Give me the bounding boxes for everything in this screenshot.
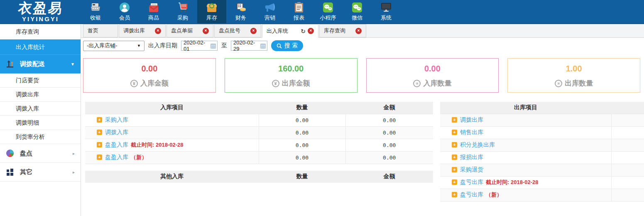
- sidebar-item-transfer-in[interactable]: 调拨入库: [0, 102, 81, 116]
- row-link[interactable]: 盘盈入库: [105, 141, 128, 148]
- close-icon[interactable]: ×: [250, 28, 257, 34]
- tab-inout-statistics[interactable]: 出入库统 ↻ ×: [262, 24, 318, 38]
- empty-cell: [611, 139, 644, 151]
- search-icon: [277, 43, 282, 49]
- sidebar-group-stocktake[interactable]: 盘点 ▸: [0, 144, 81, 163]
- tab-transfer-out[interactable]: 调拨出库 ×: [119, 24, 166, 37]
- close-icon[interactable]: ×: [308, 28, 314, 34]
- date-from-input[interactable]: 2020-02-01: [181, 41, 218, 51]
- expand-plus-icon[interactable]: +: [452, 155, 457, 160]
- store-select[interactable]: -出入库店铺- ▼: [83, 41, 144, 51]
- expand-plus-icon[interactable]: +: [97, 117, 102, 123]
- card-value: 0.00: [367, 64, 499, 74]
- table-row: +盘亏出库（新）: [440, 189, 644, 201]
- expand-plus-icon[interactable]: +: [452, 179, 457, 185]
- row-note: （新）: [131, 154, 147, 160]
- chevron-right-icon: ▸: [73, 170, 75, 174]
- nav-item-goods[interactable]: 商品: [139, 0, 168, 23]
- yen-circle-icon: ¥: [272, 80, 279, 87]
- row-link[interactable]: 盘亏出库: [460, 179, 483, 185]
- sidebar-item-transfer-detail[interactable]: 调拨明细: [0, 116, 81, 130]
- nav-label: 商品: [148, 14, 159, 22]
- amount-cell: 0.00: [345, 151, 433, 164]
- close-icon[interactable]: ×: [203, 28, 209, 34]
- tab-stocktake-docs[interactable]: 盘点单据 ×: [167, 24, 213, 37]
- tab-home[interactable]: 首页: [83, 24, 118, 37]
- sidebar-item-store-request[interactable]: 门店要货: [0, 74, 81, 88]
- expand-plus-icon[interactable]: +: [97, 155, 102, 160]
- sidebar-group-transfer-delivery[interactable]: 调拨配送 ▼: [0, 55, 81, 74]
- brand-logo[interactable]: 衣盈易 YIYINGYI: [0, 0, 81, 23]
- date-to-label: 至: [221, 42, 227, 49]
- nav-item-inventory[interactable]: 库存: [197, 0, 226, 23]
- sidebar-group-other[interactable]: 其它 ▸: [0, 163, 81, 182]
- nav-item-report[interactable]: 报表: [284, 0, 313, 23]
- card-inbound-amount: 0.00 ¥ 入库金额: [83, 58, 216, 93]
- outbound-tables: 出库项目 +调拨出库 +销售出库: [440, 102, 644, 201]
- inventory-box-icon: [206, 2, 218, 13]
- system-monitor-icon: [380, 2, 392, 13]
- store-select-value: -出入库店铺-: [87, 42, 118, 49]
- refresh-icon[interactable]: ↻: [301, 28, 306, 34]
- row-note: 截止时间: 2018-02-28: [131, 142, 183, 148]
- calendar-icon[interactable]: [211, 43, 216, 49]
- expand-plus-icon[interactable]: +: [452, 117, 457, 123]
- sidebar-item-arrival-rate[interactable]: 到货率分析: [0, 130, 81, 144]
- empty-cell: [611, 114, 644, 126]
- expand-plus-icon[interactable]: +: [97, 130, 102, 135]
- row-link[interactable]: 采购退货: [460, 166, 483, 173]
- nav-item-miniprogram[interactable]: 小程序: [313, 0, 343, 23]
- nav-item-member[interactable]: 会员: [110, 0, 139, 23]
- row-link[interactable]: 销售出库: [460, 129, 483, 135]
- table-row: +盘盈入库（新） 0.00 0.00: [85, 151, 433, 164]
- tables-section: 入库项目 数量 金额 +采购入库 0.00 0.00 +调拨入库: [81, 102, 644, 201]
- nav-item-marketing[interactable]: 营销: [255, 0, 284, 23]
- column-header-extra: [611, 102, 644, 114]
- card-label-row: ✳ 出库数量: [508, 79, 640, 88]
- outbound-table: 出库项目 +调拨出库 +销售出库: [440, 102, 644, 201]
- sidebar-item-transfer-out[interactable]: 调拨出库: [0, 88, 81, 102]
- table-header-row: 其他入库 数量 金额: [85, 171, 433, 183]
- sidebar-item-stock-query[interactable]: 库存查询: [0, 24, 81, 39]
- card-value: 0.00: [83, 64, 215, 74]
- tab-stock-query[interactable]: 库存查询 ×: [319, 24, 366, 37]
- row-link[interactable]: 采购入库: [105, 116, 128, 123]
- sidebar-group-label: 调拨配送: [20, 60, 71, 68]
- search-button[interactable]: 搜 索: [271, 40, 303, 51]
- expand-plus-icon[interactable]: +: [452, 192, 457, 197]
- brand-name: 衣盈易: [17, 1, 64, 15]
- row-link[interactable]: 报损出库: [460, 154, 483, 160]
- expand-plus-icon[interactable]: +: [97, 142, 102, 147]
- expand-plus-icon[interactable]: +: [452, 167, 457, 172]
- nav-item-cashier[interactable]: 收银: [81, 0, 110, 23]
- row-link[interactable]: 调拨出库: [460, 116, 483, 123]
- nav-item-finance[interactable]: 财务: [226, 0, 255, 23]
- nav-item-wechat[interactable]: 微信: [343, 0, 372, 23]
- nav-item-system[interactable]: 系统: [372, 0, 401, 23]
- nav-item-purchase[interactable]: 采购: [168, 0, 197, 23]
- row-link[interactable]: 调拨入库: [105, 129, 128, 135]
- table-row: +盘盈入库截止时间: 2018-02-28 0.00 0.00: [85, 139, 433, 151]
- tab-stocktake-batch[interactable]: 盘点批号 ×: [214, 24, 261, 37]
- card-label: 入库数量: [423, 79, 451, 88]
- caret-down-icon: ▼: [137, 44, 141, 48]
- expand-plus-icon[interactable]: +: [452, 130, 457, 135]
- amount-cell: 0.00: [345, 114, 433, 126]
- amount-cell: 0.00: [345, 126, 433, 139]
- row-link[interactable]: 盘亏出库: [460, 191, 483, 198]
- card-value: 1.00: [508, 64, 640, 74]
- row-link[interactable]: 盘盈入库: [105, 154, 128, 160]
- expand-plus-icon[interactable]: +: [452, 142, 457, 147]
- inbound-table: 入库项目 数量 金额 +采购入库 0.00 0.00 +调拨入库: [85, 102, 433, 164]
- date-to-input[interactable]: 2020-02-29: [231, 41, 267, 51]
- row-link[interactable]: 积分兑换出库: [460, 141, 495, 148]
- calendar-icon[interactable]: [260, 43, 266, 49]
- card-label: 出库金额: [282, 79, 310, 88]
- close-icon[interactable]: ×: [155, 28, 161, 34]
- table-row: +销售出库: [440, 126, 644, 139]
- yen-circle-icon: ¥: [130, 80, 138, 87]
- empty-cell: [611, 164, 644, 176]
- sidebar-item-inout-statistics[interactable]: 出入库统计: [0, 39, 81, 55]
- close-icon[interactable]: ×: [355, 28, 362, 34]
- transfer-arrows-icon: [5, 59, 15, 69]
